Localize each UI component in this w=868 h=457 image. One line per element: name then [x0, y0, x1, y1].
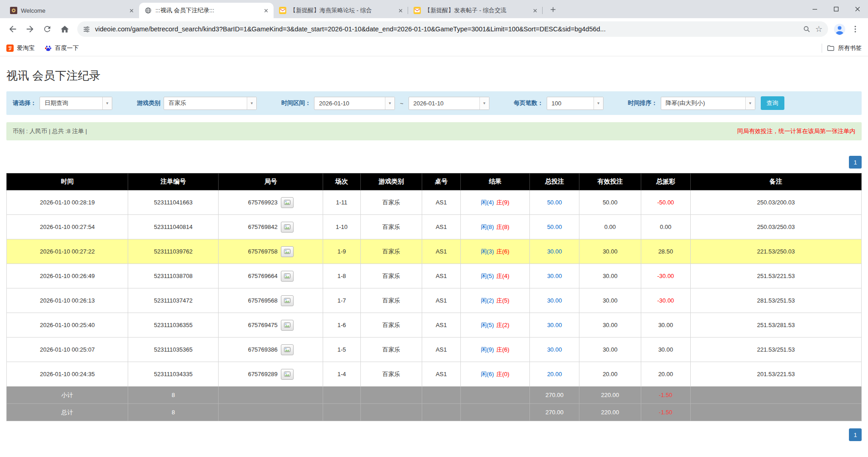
cell-round: 675769568 [219, 288, 323, 313]
replay-button[interactable] [281, 197, 294, 208]
banker-result: 庄(6) [496, 346, 509, 353]
pagination-page-1[interactable]: 1 [849, 156, 862, 169]
banker-result: 庄(6) [496, 248, 509, 255]
header-time: 时间 [7, 174, 128, 190]
cell-total-bet[interactable]: 20.00 [530, 362, 579, 387]
cell-total-bet[interactable]: 30.00 [530, 338, 579, 362]
cell-payout: 30.00 [641, 338, 690, 362]
bookmark-baidu[interactable]: 百度一下 [45, 44, 79, 52]
banker-result: 庄(0) [496, 371, 509, 378]
chevron-down-icon[interactable]: ▼ [479, 97, 489, 109]
tab-close-icon[interactable] [531, 6, 539, 15]
tab-close-icon[interactable] [396, 6, 404, 15]
chevron-down-icon[interactable]: ▼ [102, 97, 112, 109]
pagination-page-1-bottom[interactable]: 1 [849, 428, 862, 441]
cell-payout: 20.00 [641, 362, 690, 387]
close-button[interactable] [847, 0, 868, 18]
date-end-select[interactable]: 2026-01-10 ▼ [409, 97, 489, 110]
replay-button[interactable] [281, 320, 294, 331]
zoom-icon[interactable] [803, 25, 811, 33]
site-info-icon[interactable] [83, 25, 90, 33]
home-button[interactable] [56, 21, 73, 37]
cell-total-bet[interactable]: 30.00 [530, 288, 579, 313]
tab-forum-2[interactable]: 【新提醒】发表帖子 - 综合交流 [408, 3, 543, 18]
cell-round: 675769386 [219, 338, 323, 362]
cell-total-bet[interactable]: 30.00 [530, 264, 579, 288]
replay-button[interactable] [281, 271, 294, 282]
maximize-button[interactable] [825, 0, 847, 18]
minimize-button[interactable] [804, 0, 825, 18]
table-row: 2026-01-10 00:25:40 523111036355 6757694… [7, 313, 862, 338]
replay-button[interactable] [281, 222, 294, 233]
search-button[interactable]: 查询 [761, 96, 784, 110]
new-tab-button[interactable] [546, 3, 560, 16]
back-button[interactable] [5, 21, 21, 37]
sort-select[interactable]: 降幂(由大到小) ▼ [661, 97, 755, 110]
refresh-button[interactable] [39, 21, 55, 37]
page-size-select[interactable]: 100 ▼ [547, 97, 604, 110]
tab-close-icon[interactable] [127, 6, 135, 15]
cell-round: 675769923 [219, 190, 323, 215]
replay-button[interactable] [281, 344, 294, 355]
header-table-no: 桌号 [422, 174, 461, 190]
date-start-select[interactable]: 2026-01-10 ▼ [314, 97, 395, 110]
replay-button[interactable] [281, 246, 294, 257]
bookmark-aitaobao[interactable]: 爱淘宝 [6, 44, 35, 52]
globe-icon [145, 7, 152, 14]
chevron-down-icon[interactable]: ▼ [247, 97, 256, 109]
cell-round: 675769664 [219, 264, 323, 288]
cell-total-bet[interactable]: 50.00 [530, 190, 579, 215]
header-valid-bet: 有效投注 [579, 174, 641, 190]
cell-table-no: AS1 [422, 215, 461, 239]
chevron-down-icon[interactable]: ▼ [745, 97, 755, 109]
cell-session: 1-9 [323, 239, 360, 264]
cell-total-bet[interactable]: 30.00 [530, 239, 579, 264]
tab-bet-records[interactable]: :::视讯 会员下注纪录::: [139, 3, 274, 18]
cell-game: 百家乐 [360, 215, 422, 239]
cell-remark: 250.03/250.03 [690, 215, 861, 239]
cell-bet-id: 523111035365 [128, 338, 219, 362]
cell-total-bet[interactable]: 50.00 [530, 215, 579, 239]
cell-game: 百家乐 [360, 264, 422, 288]
browser-menu-icon[interactable] [847, 21, 863, 37]
player-result: 闲(2) [481, 297, 494, 304]
cell-session: 1-8 [323, 264, 360, 288]
round-id: 675769475 [248, 322, 278, 328]
chevron-down-icon[interactable]: ▼ [594, 97, 603, 109]
cell-valid-bet: 30.00 [579, 264, 641, 288]
replay-button[interactable] [281, 295, 294, 306]
cell-remark: 281.53/251.53 [690, 288, 861, 313]
mail-favicon [279, 7, 286, 14]
all-bookmarks[interactable]: 所有书签 [827, 44, 862, 52]
cell-session: 1-7 [323, 288, 360, 313]
cell-time: 2026-01-10 00:24:35 [7, 362, 128, 387]
cell-session: 1-6 [323, 313, 360, 338]
chevron-down-icon[interactable]: ▼ [385, 97, 394, 109]
player-result: 闲(5) [481, 273, 494, 279]
window-controls [804, 0, 868, 18]
tab-welcome[interactable]: Welcome [5, 3, 139, 18]
replay-button[interactable] [281, 369, 294, 380]
url-bar[interactable]: videoie.com/game/betrecord_search/kind3?… [77, 21, 828, 37]
cell-payout: -30.00 [641, 288, 690, 313]
profile-avatar[interactable] [833, 22, 846, 36]
query-type-select[interactable]: 日期查询 ▼ [40, 97, 112, 110]
cell-result: 闲(4)庄(9) [460, 190, 529, 215]
tab-title: 【新提醒】发表帖子 - 综合交流 [424, 6, 527, 15]
cell-payout: -50.00 [641, 190, 690, 215]
cell-result: 闲(3)庄(6) [460, 239, 529, 264]
tab-forum-1[interactable]: 【新提醒】海燕策略论坛 - 综合 [274, 3, 408, 18]
bookmark-star-icon[interactable]: ☆ [815, 25, 823, 33]
mail-favicon [414, 7, 421, 14]
bookmarks-divider [822, 44, 822, 53]
tab-close-icon[interactable] [262, 6, 270, 15]
round-id: 675769758 [248, 248, 278, 255]
cell-table-no: AS1 [422, 338, 461, 362]
game-type-select[interactable]: 百家乐 ▼ [164, 97, 257, 110]
cell-game: 百家乐 [360, 288, 422, 313]
forward-button[interactable] [22, 21, 38, 37]
cell-time: 2026-01-10 00:26:49 [7, 264, 128, 288]
cell-payout: 30.00 [641, 313, 690, 338]
table-row: 2026-01-10 00:26:49 523111038708 6757696… [7, 264, 862, 288]
cell-total-bet[interactable]: 30.00 [530, 313, 579, 338]
